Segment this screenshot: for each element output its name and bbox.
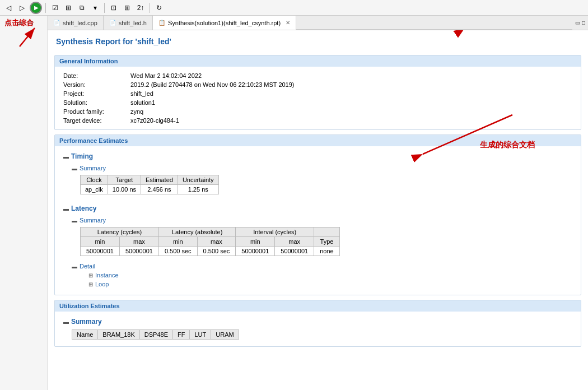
timing-col-estimated: Estimated xyxy=(141,175,178,185)
checkbox-button[interactable]: ☑ xyxy=(49,2,60,13)
grid3-button[interactable]: ⊞ xyxy=(122,2,133,13)
latency-summary-label: Summary xyxy=(80,217,106,224)
info-row-target: Target device: xc7z020-clg484-1 xyxy=(63,116,572,125)
detail-section: ▬ Detail ⊞ Instance ⊞ Loop xyxy=(72,260,572,290)
info-row-version: Version: 2019.2 (Build 2704478 on Wed No… xyxy=(63,80,572,89)
grid-button[interactable]: ⊞ xyxy=(63,2,74,13)
info-value-project: shift_led xyxy=(130,90,153,97)
home-icon[interactable]: ⌂ xyxy=(2,18,12,28)
back-button[interactable]: ◁ xyxy=(3,2,14,13)
latency-sub-max2: max xyxy=(197,237,236,247)
loop-label: Loop xyxy=(95,281,109,287)
minimize-icon[interactable]: ▭ xyxy=(14,18,24,28)
latency-summary-section: ▬ Summary Latency (cycles) Latency (abso… xyxy=(72,214,572,260)
tab-cpp-icon: 📄 xyxy=(53,20,60,26)
util-col-uram: URAM xyxy=(211,330,239,340)
util-summary-label: Summary xyxy=(71,318,102,326)
general-info-panel: General Information Date: Wed Mar 2 14:0… xyxy=(54,55,581,130)
timing-row-1: ap_clk 10.00 ns 2.456 ns 1.25 ns xyxy=(81,185,219,194)
info-row-product: Product family: zynq xyxy=(63,107,572,116)
instance-label: Instance xyxy=(95,272,119,278)
detail-header[interactable]: ▬ Detail xyxy=(72,262,572,271)
tab-rpt-label: Synthesis(solution1)(shift_led_csynth.rp… xyxy=(168,20,281,26)
latency-summary-header[interactable]: ▬ Summary xyxy=(72,216,572,225)
timing-summary-header[interactable]: ▬ Summary xyxy=(72,164,572,173)
info-row-project: Project: shift_led xyxy=(63,89,572,98)
timing-col-clock: Clock xyxy=(81,175,108,185)
page-title: Synthesis Report for 'shift_led' xyxy=(48,30,588,50)
info-value-version: 2019.2 (Build 2704478 on Wed Nov 06 22:1… xyxy=(130,81,295,88)
utilization-content: ▬ Summary Name BRAM_18K DSP48E FF LUT UR… xyxy=(55,312,581,346)
main-content: Synthesis Report for 'shift_led' General… xyxy=(48,30,588,390)
latency-group-cycles: Latency (cycles) xyxy=(81,227,159,237)
bottom-spacer xyxy=(48,351,588,368)
latency-sub-min3: min xyxy=(236,237,275,247)
forward-button[interactable]: ▷ xyxy=(16,2,27,13)
tab-synthesis-report[interactable]: 📋 Synthesis(solution1)(shift_led_csynth.… xyxy=(153,16,296,30)
info-value-solution: solution1 xyxy=(130,99,155,106)
tab-max-icon[interactable]: □ xyxy=(582,20,585,26)
timing-summary-collapse-icon: ▬ xyxy=(72,165,77,171)
info-label-version: Version: xyxy=(63,81,130,88)
utilization-panel: Utilization Estimates ▬ Summary Name BRA… xyxy=(54,300,581,347)
info-value-target: xc7z020-clg484-1 xyxy=(130,117,179,124)
latency-group-type xyxy=(314,227,339,237)
tab-h-icon: 📄 xyxy=(109,20,116,26)
grid2-button[interactable]: ⊡ xyxy=(108,2,119,13)
count-button[interactable]: 2↑ xyxy=(135,2,146,13)
separator-3 xyxy=(150,3,150,13)
info-value-product: zynq xyxy=(130,108,143,115)
refresh-button[interactable]: ↻ xyxy=(153,2,165,13)
general-info-table: Date: Wed Mar 2 14:02:04 2022 Version: 2… xyxy=(55,67,581,129)
loop-expand-icon: ⊞ xyxy=(88,281,93,287)
latency-abs-min: 0.500 sec xyxy=(158,247,197,256)
layers-button[interactable]: ⧉ xyxy=(76,2,87,13)
tab-shift-led-h[interactable]: 📄 shift_led.h xyxy=(104,16,153,30)
tab-spacer xyxy=(296,16,572,30)
info-label-date: Date: xyxy=(63,72,130,79)
latency-sub-min1: min xyxy=(81,237,120,247)
separator-1 xyxy=(45,3,46,13)
latency-interval-max: 50000001 xyxy=(275,247,314,256)
timing-cell-estimated: 2.456 ns xyxy=(141,185,178,194)
perf-content: ▬ Timing ▬ Summary Clock Target Estimate… xyxy=(55,146,581,295)
tab-controls: ▭ □ xyxy=(572,16,588,30)
latency-cycles-max: 50000001 xyxy=(119,247,158,256)
general-info-header: General Information xyxy=(55,55,581,67)
sidebar-top-row: ⌂ ▭ □ xyxy=(2,18,45,28)
maximize-icon[interactable]: □ xyxy=(26,18,36,28)
performance-header: Performance Estimates xyxy=(55,135,581,146)
latency-cycles-min: 50000001 xyxy=(81,247,120,256)
toolbar: ◁ ▷ ☑ ⊞ ⧉ ▾ ⊡ ⊞ 2↑ ↻ xyxy=(0,0,588,16)
latency-group-absolute: Latency (absolute) xyxy=(158,227,235,237)
latency-header[interactable]: ▬ Latency xyxy=(63,203,572,214)
timing-col-uncertainty: Uncertainty xyxy=(178,175,218,185)
latency-interval-min: 50000001 xyxy=(236,247,275,256)
timing-header[interactable]: ▬ Timing xyxy=(63,151,572,162)
detail-instance[interactable]: ⊞ Instance xyxy=(88,271,572,280)
timing-summary-label: Summary xyxy=(80,165,106,171)
timing-table: Clock Target Estimated Uncertainty ap_cl… xyxy=(80,175,219,194)
tab-rpt-icon: 📋 xyxy=(158,20,165,26)
latency-sub-max1: max xyxy=(119,237,158,247)
detail-loop[interactable]: ⊞ Loop xyxy=(88,280,572,289)
tab-close-button[interactable]: ✕ xyxy=(286,20,290,26)
performance-panel: Performance Estimates ▬ Timing ▬ Summary… xyxy=(54,134,581,295)
timing-cell-clock: ap_clk xyxy=(81,185,108,194)
latency-type: none xyxy=(314,247,339,256)
info-label-solution: Solution: xyxy=(63,99,130,106)
tabs-row: 📄 shift_led.cpp 📄 shift_led.h 📋 Synthesi… xyxy=(0,16,588,30)
latency-table: Latency (cycles) Latency (absolute) Inte… xyxy=(80,227,340,256)
latency-collapse-icon: ▬ xyxy=(63,206,69,212)
latency-summary-collapse-icon: ▬ xyxy=(72,217,77,224)
latency-sub-type: Type xyxy=(314,237,339,247)
dropdown-button[interactable]: ▾ xyxy=(90,2,101,13)
latency-label: Latency xyxy=(71,205,96,212)
run-button[interactable] xyxy=(30,2,42,14)
tab-min-icon[interactable]: ▭ xyxy=(575,20,580,26)
timing-label: Timing xyxy=(71,152,93,160)
util-summary-header[interactable]: ▬ Summary xyxy=(63,316,572,327)
util-col-name: Name xyxy=(72,330,98,340)
tab-shift-led-cpp[interactable]: 📄 shift_led.cpp xyxy=(48,16,104,30)
info-row-date: Date: Wed Mar 2 14:02:04 2022 xyxy=(63,71,572,80)
